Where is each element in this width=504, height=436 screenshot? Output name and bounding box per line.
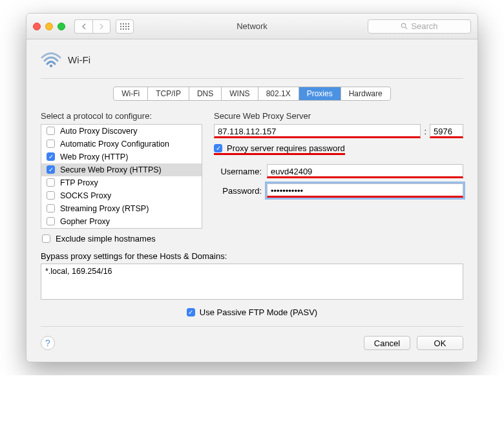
svg-point-0: [402, 23, 406, 27]
proxy-auth-row[interactable]: ✓ Proxy server requires password: [214, 143, 345, 155]
protocol-row[interactable]: ✓Secure Web Proxy (HTTPS): [41, 163, 202, 176]
protocol-label: SOCKS Proxy: [60, 191, 111, 200]
exclude-hostnames-row[interactable]: Exclude simple hostnames: [41, 229, 202, 245]
window-title: Network: [236, 21, 268, 31]
protocol-label: Auto Proxy Discovery: [60, 127, 137, 136]
cancel-button[interactable]: Cancel: [364, 336, 410, 350]
pasv-label: Use Passive FTP Mode (PASV): [200, 307, 317, 317]
proxy-host-field[interactable]: 87.118.112.157: [214, 124, 421, 138]
protocol-label: Web Proxy (HTTP): [60, 152, 128, 161]
protocol-label: Secure Web Proxy (HTTPS): [60, 165, 162, 174]
minimize-icon[interactable]: [45, 23, 53, 30]
proxy-columns: Select a protocol to configure: Auto Pro…: [41, 111, 463, 245]
protocol-row[interactable]: FTP Proxy: [41, 176, 202, 189]
ok-button[interactable]: OK: [417, 336, 463, 350]
tab-proxies[interactable]: Proxies: [299, 87, 341, 100]
protocol-row[interactable]: ✓Web Proxy (HTTP): [41, 151, 202, 163]
protocol-label: Select a protocol to configure:: [41, 111, 202, 121]
search-icon: [401, 23, 408, 30]
password-label: Password:: [214, 186, 262, 196]
protocol-checkbox[interactable]: ✓: [47, 152, 55, 161]
bypass-field[interactable]: *.local, 169.254/16: [41, 264, 463, 300]
protocol-checkbox[interactable]: [47, 204, 55, 213]
interface-name: Wi-Fi: [68, 54, 90, 65]
titlebar: Network Search: [26, 14, 478, 39]
protocol-label: Gopher Proxy: [60, 217, 110, 226]
protocol-checkbox[interactable]: [47, 191, 55, 200]
protocol-row[interactable]: Auto Proxy Discovery: [41, 125, 202, 138]
search-placeholder: Search: [411, 21, 437, 31]
username-label: Username:: [214, 167, 262, 176]
server-column: Secure Web Proxy Server 87.118.112.157 :…: [214, 111, 463, 245]
protocol-list[interactable]: Auto Proxy DiscoveryAutomatic Proxy Conf…: [41, 124, 202, 229]
auth-checkbox[interactable]: ✓: [214, 144, 222, 152]
exclude-checkbox[interactable]: [42, 234, 50, 243]
svg-point-2: [50, 65, 52, 67]
protocol-row[interactable]: Automatic Proxy Configuration: [41, 138, 202, 151]
protocol-checkbox[interactable]: [47, 217, 55, 225]
window-body: Wi-Fi Wi-FiTCP/IPDNSWINS802.1XProxiesHar…: [26, 39, 478, 362]
pasv-checkbox[interactable]: ✓: [187, 308, 195, 317]
password-field[interactable]: •••••••••••: [267, 183, 463, 198]
protocol-row[interactable]: SOCKS Proxy: [41, 189, 202, 202]
bypass-section: Bypass proxy settings for these Hosts & …: [41, 251, 463, 300]
protocol-checkbox[interactable]: [47, 127, 55, 135]
tab-wifi[interactable]: Wi-Fi: [114, 87, 148, 100]
traffic-lights: [33, 23, 65, 30]
tab-8021x[interactable]: 802.1X: [258, 87, 299, 100]
protocol-checkbox[interactable]: [47, 178, 55, 187]
forward-button[interactable]: [92, 19, 110, 34]
back-button[interactable]: [74, 19, 92, 34]
bypass-label: Bypass proxy settings for these Hosts & …: [41, 251, 227, 261]
username-row: Username: euvd42409: [214, 164, 463, 178]
footer: ? Cancel OK: [41, 326, 463, 350]
protocol-label: Automatic Proxy Configuration: [60, 140, 169, 149]
network-prefs-window: Network Search Wi-Fi Wi-FiTCP/IPDNSWINS8…: [26, 13, 478, 362]
host-port-separator: :: [424, 127, 426, 136]
auth-label: Proxy server requires password: [227, 143, 345, 153]
password-row: Password: •••••••••••: [214, 183, 463, 198]
protocol-row[interactable]: Gopher Proxy: [41, 215, 202, 228]
nav-buttons: [74, 19, 110, 34]
protocol-checkbox[interactable]: ✓: [47, 165, 55, 174]
protocol-column: Select a protocol to configure: Auto Pro…: [41, 111, 202, 245]
protocol-label: FTP Proxy: [60, 178, 98, 187]
protocol-label: Streaming Proxy (RTSP): [60, 204, 149, 213]
help-button[interactable]: ?: [41, 336, 55, 350]
tab-wins[interactable]: WINS: [222, 87, 258, 100]
wifi-icon: [41, 51, 61, 68]
protocol-row[interactable]: Streaming Proxy (RTSP): [41, 202, 202, 215]
tab-tcpip[interactable]: TCP/IP: [148, 87, 189, 100]
search-input[interactable]: Search: [368, 19, 471, 34]
show-all-button[interactable]: [116, 19, 134, 34]
svg-line-1: [406, 27, 408, 29]
interface-header: Wi-Fi: [41, 51, 463, 79]
protocol-checkbox[interactable]: [47, 140, 55, 148]
close-icon[interactable]: [33, 23, 41, 30]
username-field[interactable]: euvd42409: [267, 164, 463, 178]
pasv-row[interactable]: ✓ Use Passive FTP Mode (PASV): [41, 307, 463, 317]
tab-bar: Wi-FiTCP/IPDNSWINS802.1XProxiesHardware: [41, 87, 463, 101]
server-address-row: 87.118.112.157 : 5976: [214, 124, 463, 138]
exclude-label: Exclude simple hostnames: [56, 234, 156, 244]
server-section-label: Secure Web Proxy Server: [214, 111, 463, 121]
tab-hardware[interactable]: Hardware: [341, 87, 390, 100]
proxy-port-field[interactable]: 5976: [430, 124, 463, 138]
zoom-icon[interactable]: [58, 23, 65, 30]
tab-dns[interactable]: DNS: [189, 87, 222, 100]
